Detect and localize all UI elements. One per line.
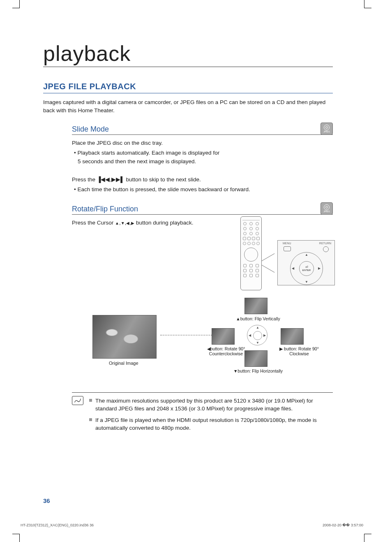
caption-right-text2: Clockwise [289, 351, 309, 356]
rotate-p1a: Press the Cursor [72, 220, 115, 226]
enter-button-icon: ⏎ ENTER [299, 261, 314, 276]
jpeg-badge-label: JPEG [323, 130, 330, 133]
rotate-cw-thumb [281, 328, 304, 345]
footer-left: HT-Z310(TZ312)_XAC(ENG)_0220.ind36 36 [21, 523, 94, 527]
up-arrow-icon: ▲ [236, 316, 240, 321]
caption-up-text: button: Flip Vertically [240, 316, 280, 321]
callout-line [262, 253, 275, 261]
footer-right: 2008-02-20 �� 3:57:00 [323, 523, 363, 527]
chapter-title: playback [43, 41, 333, 67]
cursor-up-icon: ▲ [115, 221, 119, 225]
dpad-right-icon: ▶ [318, 266, 321, 270]
original-image-caption: Original Image [109, 361, 138, 366]
note-text-1: The maximum resolutions supported by thi… [95, 397, 333, 413]
jpeg-disc-icon: JPEG [321, 123, 333, 135]
dpad-up-icon: ▲ [305, 253, 308, 257]
remote-control-icon [240, 216, 262, 290]
jpeg-disc-icon: JPEG [321, 202, 333, 215]
dpad-icon: ▲ ▼ ◀ ▶ [247, 325, 267, 345]
jpeg-badge-label: JPEG [323, 210, 330, 213]
cursor-down-icon: ▼ [121, 221, 125, 225]
rotate-flip-diagram: Original Image ▲ ▼ ◀ ▶ ▲button: Flip Ver… [60, 302, 333, 392]
rotate-ccw-thumb [212, 328, 235, 345]
caption-right: ▶ button: Rotate 90°Clockwise [277, 346, 322, 357]
caption-left: ◀button: Rotate 90°Counterclockwise [203, 346, 249, 357]
return-button-icon [323, 246, 329, 252]
caption-left-text1: button: Rotate 90° [210, 346, 245, 351]
flip-vertical-thumb [244, 298, 267, 314]
note-icon [72, 396, 83, 405]
left-arrow-icon: ◀ [207, 346, 210, 351]
skip-next-icon: ▶▶▌ [111, 176, 125, 183]
note-text-2: If a JPEG file is played when the HDMI o… [95, 416, 333, 432]
cursor-left-icon: ◀ [126, 221, 129, 225]
callout-line [262, 265, 275, 273]
enter-label: ENTER [302, 269, 311, 271]
rotate-p1b: button during playback. [134, 220, 193, 226]
menu-label: MENU [283, 242, 291, 245]
note-item: The maximum resolutions supported by thi… [89, 397, 333, 413]
slide-p2a: Press the [72, 176, 97, 183]
note-box: The maximum resolutions supported by thi… [72, 392, 333, 435]
right-arrow-icon: ▶ [279, 346, 283, 351]
caption-up: ▲button: Flip Vertically [231, 316, 285, 322]
remote-illustration: MENU RETURN ⏎ ENTER ▲ ▼ ◀ ▶ [240, 216, 335, 290]
caption-right-text1: button: Rotate 90° [284, 346, 319, 351]
crop-mark [364, 0, 371, 8]
original-image-thumb [92, 315, 157, 359]
caption-down-text: button: Flip Horizontally [238, 368, 283, 373]
dpad-left-icon: ◀ [292, 266, 294, 270]
note-item: If a JPEG file is played when the HDMI o… [89, 416, 333, 432]
bullet-square-icon [89, 399, 92, 402]
page-number: 36 [43, 497, 50, 504]
slide-mode-heading: Slide Mode [72, 125, 333, 135]
print-footer: HT-Z310(TZ312)_XAC(ENG)_0220.ind36 36 20… [21, 523, 363, 527]
slide-mode-body: Place the JPEG disc on the disc tray. • … [72, 139, 333, 194]
slide-p2: Press the ▐◀◀,▶▶▌ button to skip to the … [72, 176, 333, 184]
slide-p1: Place the JPEG disc on the disc tray. [72, 139, 333, 147]
crop-mark [12, 534, 20, 542]
bullet-square-icon [89, 418, 92, 421]
rotate-flip-heading: Rotate/Flip Function [72, 205, 333, 215]
crop-mark [12, 0, 20, 8]
slide-bullet-1: • Playback starts automatically. Each im… [72, 149, 224, 166]
remote-dpad-closeup: MENU RETURN ⏎ ENTER ▲ ▼ ◀ ▶ [277, 240, 335, 285]
slide-p2b: button to skip to the next slide. [125, 176, 201, 183]
cursor-right-icon: ▶ [131, 221, 134, 225]
slide-bullet-2: • Each time the button is pressed, the s… [72, 185, 333, 194]
dpad-down-icon: ▼ [305, 280, 308, 284]
down-arrow-icon: ▼ [233, 368, 238, 373]
return-label: RETURN [319, 242, 331, 245]
skip-prev-icon: ▐◀◀ [97, 176, 110, 183]
caption-left-text2: Counterclockwise [209, 351, 243, 356]
menu-button-icon [284, 246, 291, 251]
caption-down: ▼button: Flip Horizontally [227, 368, 289, 374]
crop-mark [364, 534, 371, 542]
intro-text: Images captured with a digital camera or… [43, 98, 333, 114]
section-title: JPEG FILE PLAYBACK [43, 82, 333, 93]
